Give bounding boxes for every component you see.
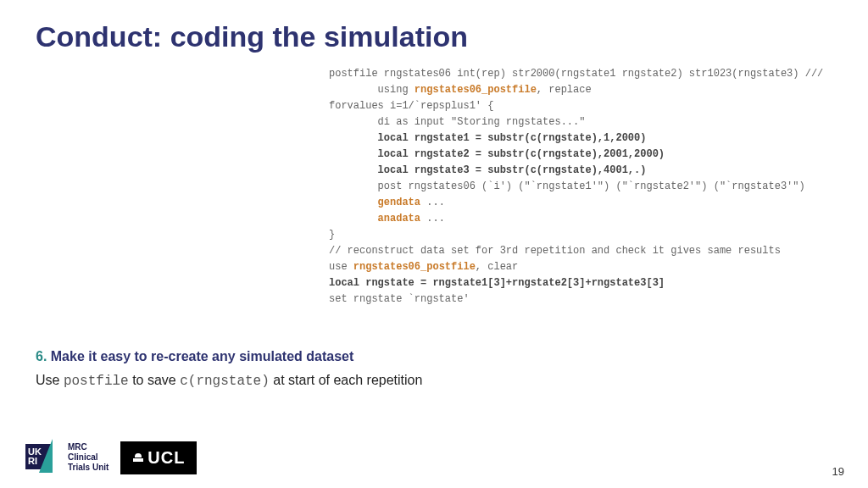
bullet-text: Make it easy to re-create any simulated … xyxy=(47,349,353,363)
code-line: // reconstruct data set for 3rd repetiti… xyxy=(329,243,823,259)
code-line: local rngstate3 = substr(c(rngstate),400… xyxy=(329,163,823,179)
code-line: gendata ... xyxy=(329,195,823,211)
code-line: set rngstate `rngstate' xyxy=(329,291,823,308)
page-number: 19 xyxy=(832,465,844,478)
code-line: di as input "Storing rngstates..." xyxy=(329,114,823,130)
bullet-point: 6. Make it easy to re-create any simulat… xyxy=(36,349,353,364)
code-line: post rngstates06 (`i') ("`rngstate1'") (… xyxy=(329,179,823,195)
code-line: using rngstates06_postfile, replace xyxy=(329,82,823,98)
code-line: anadata ... xyxy=(329,211,823,227)
ucl-dome-icon xyxy=(132,452,144,463)
bullet-number: 6. xyxy=(36,349,47,363)
mrc-text: MRC Clinical Trials Unit xyxy=(68,442,108,473)
ukri-logo-icon: UKRI xyxy=(25,439,63,476)
code-line: forvalues i=1/`repsplus1' { xyxy=(329,98,823,114)
slide-title: Conduct: coding the simulation xyxy=(36,20,468,53)
code-line: local rngstate1 = substr(c(rngstate),1,2… xyxy=(329,130,823,147)
code-block: postfile rngstates06 int(rep) str2000(rn… xyxy=(329,66,823,308)
footer: UKRI MRC Clinical Trials Unit UCL xyxy=(25,439,197,476)
code-line: local rngstate2 = substr(c(rngstate),200… xyxy=(329,147,823,163)
ucl-logo: UCL xyxy=(120,441,197,474)
code-line: use rngstates06_postfile, clear xyxy=(329,259,823,275)
description-text: Use postfile to save c(rngstate) at star… xyxy=(36,373,422,389)
code-line: } xyxy=(329,227,823,243)
code-line: local rngstate = rngstate1[3]+rngstate2[… xyxy=(329,275,823,291)
ukri-logo-block: UKRI MRC Clinical Trials Unit xyxy=(25,439,108,476)
code-line: postfile rngstates06 int(rep) str2000(rn… xyxy=(329,66,823,82)
